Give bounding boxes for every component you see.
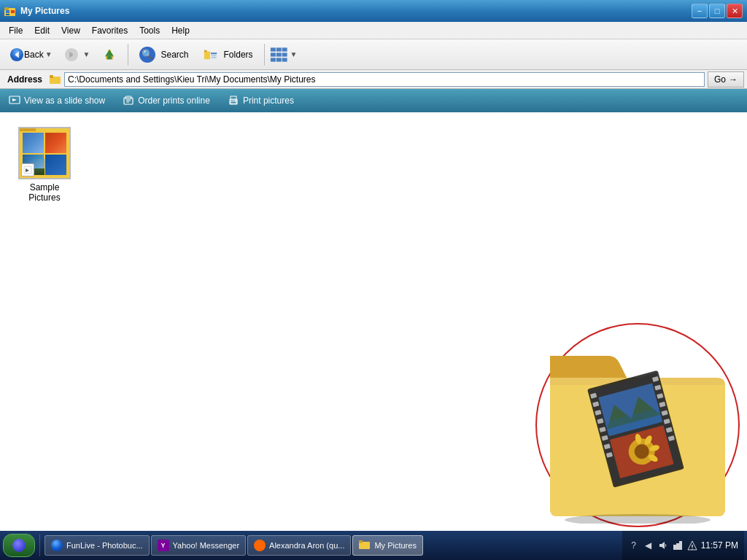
svg-rect-16 (204, 51, 209, 59)
search-label: Search (161, 50, 189, 60)
slideshow-button[interactable]: View as a slide show (6, 93, 108, 108)
svg-rect-19 (211, 52, 217, 54)
print-pictures-label: Print pictures (243, 96, 294, 106)
svg-rect-24 (282, 47, 287, 51)
svg-rect-77 (673, 545, 676, 550)
back-button[interactable]: Back ▼ (3, 42, 59, 67)
forward-button[interactable]: ▼ (61, 42, 94, 67)
title-bar-controls: − □ ✕ (692, 4, 743, 18)
address-folder-icon (50, 74, 61, 85)
title-bar: My Pictures − □ ✕ (0, 0, 747, 22)
slideshow-label: View as a slide show (24, 96, 105, 106)
yahoo-icon: Y (158, 540, 169, 551)
go-button[interactable]: Go → (708, 71, 744, 88)
taskbar-separator (39, 534, 40, 556)
search-button[interactable]: 🔍 Search (133, 42, 196, 67)
network-icon[interactable] (672, 540, 684, 551)
start-button[interactable] (3, 534, 35, 557)
svg-rect-17 (204, 50, 206, 52)
back-label: Back (24, 50, 44, 60)
forward-icon (64, 47, 79, 62)
svg-rect-28 (270, 58, 275, 61)
back-dropdown-icon[interactable]: ▼ (45, 50, 53, 58)
svg-rect-3 (6, 10, 9, 13)
menu-help[interactable]: Help (166, 24, 196, 37)
svg-point-42 (235, 100, 236, 101)
taskbar-alexandra-label: Alexandra Aron (qu... (269, 541, 344, 550)
svg-marker-34 (12, 98, 17, 101)
menu-view[interactable]: View (55, 24, 86, 37)
close-button[interactable]: ✕ (727, 4, 743, 18)
folders-button[interactable]: Folders (197, 42, 260, 67)
taskbar-item-yahoo[interactable]: Y Yahoo! Messenger (151, 535, 247, 556)
main-content: Sample Pictures (0, 112, 747, 531)
folder-img-1 (23, 133, 44, 153)
order-prints-icon (123, 95, 134, 106)
svg-rect-30 (282, 58, 287, 61)
shortcut-icon (21, 163, 34, 176)
search-icon: 🔍 (139, 47, 155, 63)
mypictures-taskbar-icon (359, 540, 371, 551)
print-pictures-button[interactable]: Print pictures (225, 93, 297, 108)
svg-marker-14 (105, 49, 113, 55)
clock[interactable]: 11:57 PM (701, 540, 738, 551)
svg-rect-29 (276, 58, 281, 61)
maximize-button[interactable]: □ (709, 4, 725, 18)
svg-rect-26 (276, 52, 281, 56)
svg-rect-22 (270, 47, 275, 51)
svg-rect-78 (676, 543, 679, 550)
help-icon[interactable]: ? (628, 540, 640, 551)
notification-icon[interactable] (686, 540, 698, 551)
minimize-button[interactable]: − (692, 4, 708, 18)
views-button[interactable]: ▼ (269, 42, 298, 67)
sample-pictures-folder[interactable]: Sample Pictures (12, 124, 77, 206)
system-tray: ? ◀ 11:57 PM (622, 531, 744, 560)
toolbar-separator-2 (264, 44, 265, 66)
svg-rect-27 (282, 52, 287, 56)
toolbar: Back ▼ ▼ 🔍 Search (0, 39, 747, 70)
address-input[interactable] (64, 72, 705, 87)
up-icon (102, 47, 117, 62)
address-label: Address (3, 74, 47, 85)
svg-rect-5 (6, 14, 9, 15)
msn-icon (254, 540, 266, 551)
task-toolbar: View as a slide show Order prints online… (0, 89, 747, 112)
taskbar-item-mypictures[interactable]: My Pictures (352, 535, 422, 556)
folder-thumbnail (18, 127, 71, 179)
taskbar-funlive-label: FunLive - Photobuc... (66, 541, 143, 550)
svg-rect-4 (11, 10, 15, 13)
volume-back-icon[interactable]: ◀ (643, 540, 654, 551)
taskbar: FunLive - Photobuc... Y Yahoo! Messenger… (0, 531, 747, 560)
svg-rect-32 (50, 75, 53, 78)
up-button[interactable] (96, 42, 123, 67)
menu-bar: File Edit View Favorites Tools Help (0, 22, 747, 39)
menu-edit[interactable]: Edit (28, 24, 55, 37)
svg-rect-23 (276, 47, 281, 51)
svg-marker-76 (659, 542, 665, 549)
folder-label: Sample Pictures (15, 182, 74, 203)
menu-tools[interactable]: Tools (133, 24, 166, 37)
menu-file[interactable]: File (3, 24, 28, 37)
go-label: Go (714, 74, 726, 85)
go-arrow-icon: → (729, 74, 738, 85)
address-bar: Address Go → (0, 70, 747, 89)
views-icon (270, 47, 290, 63)
forward-dropdown-icon[interactable]: ▼ (83, 50, 90, 58)
svg-rect-75 (359, 540, 363, 543)
taskbar-item-alexandra[interactable]: Alexandra Aron (qu... (247, 535, 351, 556)
volume-icon[interactable] (657, 540, 669, 551)
taskbar-item-funlive[interactable]: FunLive - Photobuc... (44, 535, 150, 556)
menu-favorites[interactable]: Favorites (86, 24, 133, 37)
order-prints-button[interactable]: Order prints online (120, 93, 213, 108)
back-icon (9, 47, 24, 62)
window-icon (4, 5, 16, 17)
folder-img-2 (45, 133, 66, 153)
views-dropdown-icon[interactable]: ▼ (290, 50, 298, 58)
slideshow-icon (9, 95, 20, 106)
start-orb-icon (12, 539, 26, 552)
window-title: My Pictures (20, 6, 69, 16)
svg-rect-15 (107, 55, 111, 59)
taskbar-yahoo-label: Yahoo! Messenger (173, 541, 240, 550)
order-prints-label: Order prints online (138, 96, 210, 106)
svg-rect-25 (270, 52, 275, 56)
